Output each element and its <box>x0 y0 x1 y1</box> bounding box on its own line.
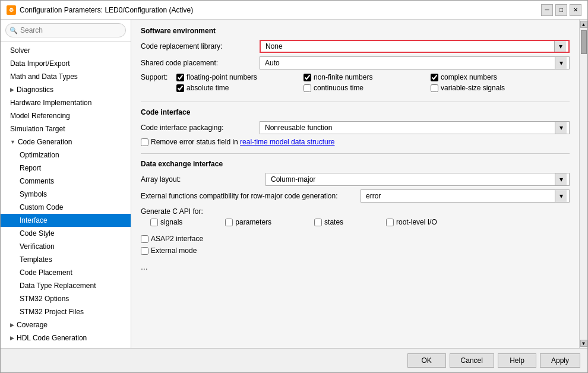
parameters-checkbox[interactable] <box>225 219 233 226</box>
sidebar-item-stm32-options[interactable]: STM32 Options <box>1 292 131 305</box>
variable-size-checkbox[interactable] <box>431 84 438 92</box>
external-mode-label: External mode <box>151 246 197 255</box>
data-exchange-section: Data exchange interface Array layout: Co… <box>141 160 570 255</box>
sidebar-item-hdl-code-generation[interactable]: ▶ HDL Code Generation <box>1 331 131 344</box>
sidebar-item-coverage[interactable]: ▶ Coverage <box>1 318 131 331</box>
remove-error-row: Remove error status field in real-time m… <box>141 138 570 146</box>
external-mode-checkbox[interactable] <box>141 247 148 255</box>
support-label: Support: <box>141 73 176 81</box>
signals-checkbox[interactable] <box>150 219 158 226</box>
array-layout-arrow[interactable]: ▾ <box>555 173 567 185</box>
external-functions-arrow[interactable]: ▾ <box>555 190 567 202</box>
non-finite-checkbox[interactable] <box>304 74 311 81</box>
sidebar-item-code-generation[interactable]: ▼ Code Generation <box>1 135 131 148</box>
complex-numbers-label: complex numbers <box>441 73 497 81</box>
ok-button[interactable]: OK <box>407 353 446 368</box>
external-mode-item: External mode <box>141 246 555 255</box>
sidebar-item-symbols[interactable]: Symbols <box>1 188 131 201</box>
cancel-button[interactable]: Cancel <box>450 353 494 368</box>
sidebar-item-solver[interactable]: Solver <box>1 44 131 57</box>
generate-c-api-checkboxes: signals parameters states <box>141 218 570 229</box>
code-replacement-library-label: Code replacement library: <box>141 42 260 50</box>
expand-icon-coverage: ▶ <box>10 322 14 328</box>
external-mode-row: External mode <box>141 246 570 255</box>
root-level-io-checkbox[interactable] <box>386 219 394 226</box>
non-finite-item: non-finite numbers <box>304 73 416 81</box>
sidebar-item-math-and-data-types[interactable]: Math and Data Types <box>1 70 131 83</box>
support-checkboxes-inner: floating-point numbers non-finite number… <box>176 73 570 94</box>
window-icon: ⚙ <box>7 5 16 15</box>
variable-size-item: variable-size signals <box>431 84 543 92</box>
apply-button[interactable]: Apply <box>540 353 580 368</box>
remove-error-label: Remove error status field in real-time m… <box>151 138 334 146</box>
right-scroll[interactable]: Software environment Code replacement li… <box>131 20 579 348</box>
array-layout-label: Array layout: <box>141 175 265 184</box>
sidebar-item-data-import-export[interactable]: Data Import/Export <box>1 57 131 70</box>
variable-size-label: variable-size signals <box>441 84 505 92</box>
complex-numbers-checkbox[interactable] <box>431 74 438 81</box>
states-checkbox[interactable] <box>314 219 322 226</box>
sidebar-item-optimization[interactable]: Optimization <box>1 148 131 162</box>
sidebar-item-templates[interactable]: Templates <box>1 253 131 266</box>
help-button[interactable]: Help <box>498 353 536 368</box>
maximize-button[interactable]: □ <box>555 4 567 16</box>
real-time-model-link[interactable]: real-time model data structure <box>240 138 334 146</box>
array-layout-select[interactable]: Column-major ▾ <box>265 173 570 186</box>
sidebar-item-hardware-implementation[interactable]: Hardware Implementation <box>1 96 131 109</box>
minimize-button[interactable]: ─ <box>541 4 553 16</box>
code-interface-packaging-select[interactable]: Nonreusable function ▾ <box>260 121 570 134</box>
divider-1 <box>141 102 570 102</box>
expand-icon-diagnostics: ▶ <box>10 87 14 93</box>
external-functions-select[interactable]: error ▾ <box>361 189 570 203</box>
code-replacement-library-arrow[interactable]: ▾ <box>554 41 566 52</box>
code-interface-packaging-arrow[interactable]: ▾ <box>555 122 567 134</box>
sidebar-item-verification[interactable]: Verification <box>1 240 131 253</box>
scrollbar-thumb[interactable] <box>581 30 587 54</box>
signals-item: signals <box>150 218 182 226</box>
scrollbar[interactable]: ▲ ▼ <box>579 20 587 348</box>
ellipsis: ... <box>141 262 570 271</box>
scrollbar-up[interactable]: ▲ <box>580 21 587 28</box>
right-panel: Software environment Code replacement li… <box>131 20 579 348</box>
shared-code-placement-value: Auto <box>263 59 555 67</box>
scrollbar-down[interactable]: ▼ <box>580 340 587 347</box>
asap2-checkbox[interactable] <box>141 235 148 243</box>
expand-icon-code-generation: ▼ <box>10 139 15 145</box>
sidebar-item-data-type-replacement[interactable]: Data Type Replacement <box>1 279 131 292</box>
code-replacement-library-select[interactable]: None ▾ <box>260 40 570 53</box>
signals-label: signals <box>160 218 182 226</box>
remove-error-checkbox[interactable] <box>141 138 148 146</box>
external-functions-label: External functions compatibility for row… <box>141 192 361 200</box>
continuous-time-checkbox[interactable] <box>304 84 311 92</box>
divider-2 <box>141 153 570 154</box>
parameters-item: parameters <box>225 218 271 226</box>
asap2-row: ASAP2 interface <box>141 235 570 243</box>
close-button[interactable]: ✕ <box>570 4 581 16</box>
sidebar-item-code-style[interactable]: Code Style <box>1 227 131 240</box>
title-controls: ─ □ ✕ <box>541 4 581 16</box>
sidebar-item-diagnostics[interactable]: ▶ Diagnostics <box>1 83 131 96</box>
complex-numbers-item: complex numbers <box>431 73 543 81</box>
array-layout-value: Column-major <box>268 175 555 184</box>
shared-code-placement-arrow[interactable]: ▾ <box>555 57 567 69</box>
main-window: ⚙ Configuration Parameters: LED0/Configu… <box>0 0 588 373</box>
code-replacement-library-row: Code replacement library: None ▾ <box>141 40 570 53</box>
sidebar-item-stm32-project-files[interactable]: STM32 Project Files <box>1 305 131 318</box>
code-interface-section: Code interface Code interface packaging:… <box>141 108 570 146</box>
sidebar-item-custom-code[interactable]: Custom Code <box>1 201 131 214</box>
sidebar-item-model-referencing[interactable]: Model Referencing <box>1 109 131 122</box>
shared-code-placement-select[interactable]: Auto ▾ <box>260 56 570 69</box>
sidebar-item-report[interactable]: Report <box>1 162 131 175</box>
external-functions-row: External functions compatibility for row… <box>141 189 570 203</box>
absolute-time-checkbox[interactable] <box>176 84 184 92</box>
sidebar-item-comments[interactable]: Comments <box>1 175 131 188</box>
sidebar-item-simulation-target[interactable]: Simulation Target <box>1 122 131 135</box>
support-row2: absolute time continuous time <box>176 84 570 94</box>
floating-point-checkbox[interactable] <box>176 74 184 81</box>
support-checkboxes: floating-point numbers non-finite number… <box>176 73 570 94</box>
sidebar-item-code-placement[interactable]: Code Placement <box>1 266 131 279</box>
generate-c-api-section: Generate C API for: signals parameters <box>141 207 570 229</box>
states-item: states <box>314 218 343 226</box>
sidebar-item-interface[interactable]: Interface <box>1 214 131 227</box>
search-input[interactable] <box>5 23 126 37</box>
